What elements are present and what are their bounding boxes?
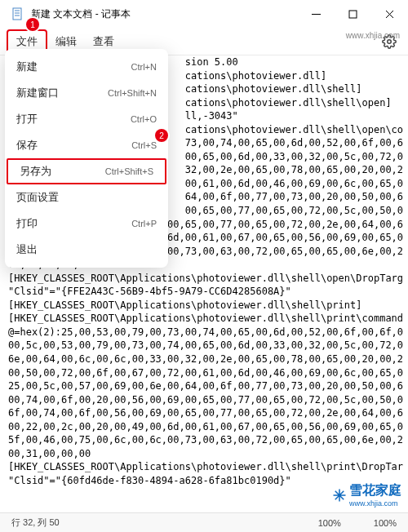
zoom-level: 100% bbox=[318, 518, 341, 528]
svg-rect-5 bbox=[349, 11, 357, 18]
snowflake-icon bbox=[332, 488, 347, 503]
menu-item-shortcut: Ctrl+O bbox=[131, 114, 157, 124]
cursor-position: 行 32, 列 50 bbox=[11, 516, 60, 529]
minimize-button[interactable] bbox=[298, 0, 335, 28]
watermark-url: www.xhjia.com bbox=[349, 499, 401, 508]
menu-item-shortcut: Ctrl+N bbox=[131, 62, 157, 72]
menu-item-shortcut: Ctrl+S bbox=[131, 140, 157, 150]
app-icon bbox=[11, 7, 24, 20]
menu-item-page-setup[interactable]: 页面设置 bbox=[5, 184, 168, 211]
menu-item-label: 打印 bbox=[16, 216, 38, 231]
watermark-name: 雪花家庭 bbox=[349, 482, 401, 499]
annotation-badge-2: 2 bbox=[155, 129, 168, 142]
window-title: 新建 文本文档 - 记事本 bbox=[31, 7, 298, 21]
menu-item-save-as[interactable]: 另存为Ctrl+Shift+S bbox=[7, 158, 166, 184]
menu-item-label: 页面设置 bbox=[16, 190, 59, 205]
zoom-level-2: 100% bbox=[374, 518, 397, 528]
file-menu-dropdown: 新建Ctrl+N 新建窗口Ctrl+Shift+N 打开Ctrl+O 保存Ctr… bbox=[5, 49, 168, 268]
annotation-badge-1: 1 bbox=[26, 18, 39, 31]
status-bar: 行 32, 列 50 100% 100% bbox=[0, 512, 408, 532]
maximize-button[interactable] bbox=[335, 0, 371, 28]
menu-item-shortcut: Ctrl+Shift+N bbox=[108, 88, 157, 98]
menu-item-label: 保存 bbox=[16, 138, 38, 153]
menu-item-open[interactable]: 打开Ctrl+O bbox=[5, 106, 168, 132]
link-watermark: www.xhjia.com bbox=[346, 31, 400, 40]
menu-item-shortcut: Ctrl+Shift+S bbox=[105, 166, 153, 176]
menu-item-shortcut: Ctrl+P bbox=[131, 219, 157, 228]
menu-item-new-window[interactable]: 新建窗口Ctrl+Shift+N bbox=[5, 80, 168, 106]
menu-item-label: 另存为 bbox=[20, 164, 51, 179]
svg-rect-0 bbox=[13, 8, 21, 20]
menu-item-label: 新建 bbox=[16, 60, 38, 74]
menu-item-label: 打开 bbox=[16, 112, 38, 126]
watermark: 雪花家庭 www.xhjia.com bbox=[332, 482, 401, 508]
menu-item-label: 退出 bbox=[16, 242, 38, 257]
menu-item-exit[interactable]: 退出 bbox=[5, 237, 168, 263]
menu-item-label: 新建窗口 bbox=[16, 86, 59, 100]
title-bar: 新建 文本文档 - 记事本 bbox=[0, 0, 408, 28]
menu-item-print[interactable]: 打印Ctrl+P bbox=[5, 211, 168, 237]
close-button[interactable] bbox=[371, 0, 408, 28]
menu-item-new[interactable]: 新建Ctrl+N bbox=[5, 54, 168, 80]
menu-item-save[interactable]: 保存Ctrl+S bbox=[5, 132, 168, 158]
